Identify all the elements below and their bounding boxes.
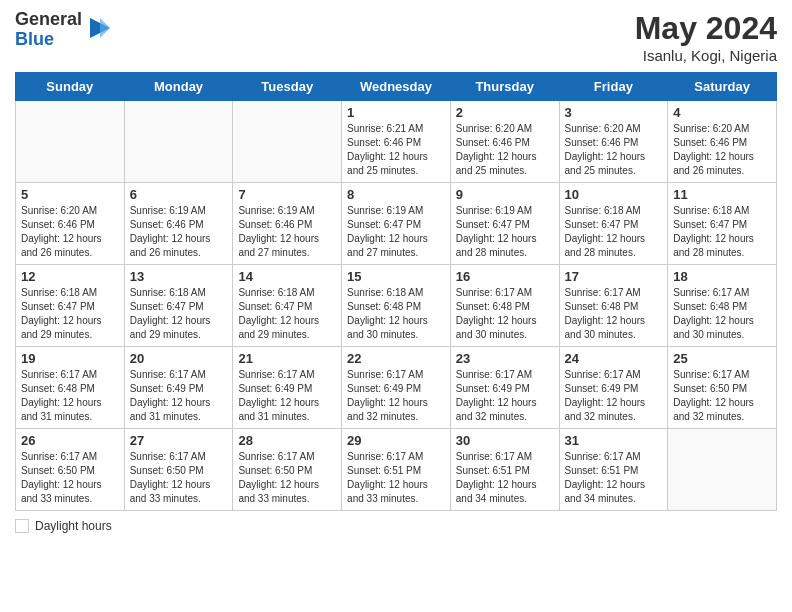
calendar-cell: 5Sunrise: 6:20 AM Sunset: 6:46 PM Daylig… [16, 183, 125, 265]
day-info: Sunrise: 6:18 AM Sunset: 6:47 PM Dayligh… [673, 204, 771, 260]
day-number: 24 [565, 351, 663, 366]
day-info: Sunrise: 6:20 AM Sunset: 6:46 PM Dayligh… [21, 204, 119, 260]
day-number: 22 [347, 351, 445, 366]
day-number: 7 [238, 187, 336, 202]
calendar-cell [16, 101, 125, 183]
day-number: 31 [565, 433, 663, 448]
day-info: Sunrise: 6:17 AM Sunset: 6:49 PM Dayligh… [347, 368, 445, 424]
day-number: 21 [238, 351, 336, 366]
day-info: Sunrise: 6:18 AM Sunset: 6:47 PM Dayligh… [238, 286, 336, 342]
calendar-cell: 23Sunrise: 6:17 AM Sunset: 6:49 PM Dayli… [450, 347, 559, 429]
logo-general: General [15, 10, 82, 30]
day-info: Sunrise: 6:17 AM Sunset: 6:48 PM Dayligh… [565, 286, 663, 342]
calendar-week-row: 26Sunrise: 6:17 AM Sunset: 6:50 PM Dayli… [16, 429, 777, 511]
day-number: 8 [347, 187, 445, 202]
svg-marker-1 [100, 18, 110, 38]
day-number: 13 [130, 269, 228, 284]
day-number: 9 [456, 187, 554, 202]
col-header-friday: Friday [559, 73, 668, 101]
day-info: Sunrise: 6:18 AM Sunset: 6:47 PM Dayligh… [21, 286, 119, 342]
calendar-cell: 15Sunrise: 6:18 AM Sunset: 6:48 PM Dayli… [342, 265, 451, 347]
page: General Blue May 2024 Isanlu, Kogi, Nige… [0, 0, 792, 548]
day-info: Sunrise: 6:17 AM Sunset: 6:49 PM Dayligh… [456, 368, 554, 424]
day-number: 2 [456, 105, 554, 120]
day-info: Sunrise: 6:20 AM Sunset: 6:46 PM Dayligh… [673, 122, 771, 178]
calendar-cell: 29Sunrise: 6:17 AM Sunset: 6:51 PM Dayli… [342, 429, 451, 511]
calendar-cell: 2Sunrise: 6:20 AM Sunset: 6:46 PM Daylig… [450, 101, 559, 183]
day-info: Sunrise: 6:17 AM Sunset: 6:49 PM Dayligh… [565, 368, 663, 424]
calendar-cell: 11Sunrise: 6:18 AM Sunset: 6:47 PM Dayli… [668, 183, 777, 265]
calendar-week-row: 19Sunrise: 6:17 AM Sunset: 6:48 PM Dayli… [16, 347, 777, 429]
calendar-cell: 6Sunrise: 6:19 AM Sunset: 6:46 PM Daylig… [124, 183, 233, 265]
day-info: Sunrise: 6:18 AM Sunset: 6:48 PM Dayligh… [347, 286, 445, 342]
calendar-header-row: SundayMondayTuesdayWednesdayThursdayFrid… [16, 73, 777, 101]
day-info: Sunrise: 6:19 AM Sunset: 6:46 PM Dayligh… [238, 204, 336, 260]
day-info: Sunrise: 6:17 AM Sunset: 6:49 PM Dayligh… [238, 368, 336, 424]
calendar-cell: 9Sunrise: 6:19 AM Sunset: 6:47 PM Daylig… [450, 183, 559, 265]
day-number: 29 [347, 433, 445, 448]
calendar-cell: 10Sunrise: 6:18 AM Sunset: 6:47 PM Dayli… [559, 183, 668, 265]
calendar-cell: 16Sunrise: 6:17 AM Sunset: 6:48 PM Dayli… [450, 265, 559, 347]
calendar-cell: 25Sunrise: 6:17 AM Sunset: 6:50 PM Dayli… [668, 347, 777, 429]
day-number: 6 [130, 187, 228, 202]
day-number: 12 [21, 269, 119, 284]
day-number: 4 [673, 105, 771, 120]
calendar-cell: 7Sunrise: 6:19 AM Sunset: 6:46 PM Daylig… [233, 183, 342, 265]
day-number: 17 [565, 269, 663, 284]
calendar-cell: 20Sunrise: 6:17 AM Sunset: 6:49 PM Dayli… [124, 347, 233, 429]
day-info: Sunrise: 6:17 AM Sunset: 6:48 PM Dayligh… [456, 286, 554, 342]
col-header-saturday: Saturday [668, 73, 777, 101]
calendar-cell: 26Sunrise: 6:17 AM Sunset: 6:50 PM Dayli… [16, 429, 125, 511]
day-number: 10 [565, 187, 663, 202]
calendar-cell: 13Sunrise: 6:18 AM Sunset: 6:47 PM Dayli… [124, 265, 233, 347]
day-info: Sunrise: 6:17 AM Sunset: 6:51 PM Dayligh… [565, 450, 663, 506]
calendar-cell: 4Sunrise: 6:20 AM Sunset: 6:46 PM Daylig… [668, 101, 777, 183]
month-year-title: May 2024 [635, 10, 777, 47]
logo-blue: Blue [15, 30, 82, 50]
calendar-cell: 1Sunrise: 6:21 AM Sunset: 6:46 PM Daylig… [342, 101, 451, 183]
day-number: 3 [565, 105, 663, 120]
col-header-tuesday: Tuesday [233, 73, 342, 101]
day-info: Sunrise: 6:17 AM Sunset: 6:50 PM Dayligh… [21, 450, 119, 506]
day-number: 25 [673, 351, 771, 366]
calendar-cell: 14Sunrise: 6:18 AM Sunset: 6:47 PM Dayli… [233, 265, 342, 347]
day-info: Sunrise: 6:17 AM Sunset: 6:51 PM Dayligh… [456, 450, 554, 506]
day-number: 23 [456, 351, 554, 366]
day-number: 15 [347, 269, 445, 284]
calendar-cell: 19Sunrise: 6:17 AM Sunset: 6:48 PM Dayli… [16, 347, 125, 429]
col-header-wednesday: Wednesday [342, 73, 451, 101]
day-info: Sunrise: 6:18 AM Sunset: 6:47 PM Dayligh… [130, 286, 228, 342]
day-info: Sunrise: 6:17 AM Sunset: 6:50 PM Dayligh… [130, 450, 228, 506]
day-number: 1 [347, 105, 445, 120]
day-info: Sunrise: 6:17 AM Sunset: 6:50 PM Dayligh… [673, 368, 771, 424]
logo-icon [86, 14, 114, 42]
day-number: 26 [21, 433, 119, 448]
calendar-cell: 22Sunrise: 6:17 AM Sunset: 6:49 PM Dayli… [342, 347, 451, 429]
calendar-cell: 3Sunrise: 6:20 AM Sunset: 6:46 PM Daylig… [559, 101, 668, 183]
day-number: 16 [456, 269, 554, 284]
day-info: Sunrise: 6:20 AM Sunset: 6:46 PM Dayligh… [456, 122, 554, 178]
calendar-cell: 31Sunrise: 6:17 AM Sunset: 6:51 PM Dayli… [559, 429, 668, 511]
calendar-cell: 17Sunrise: 6:17 AM Sunset: 6:48 PM Dayli… [559, 265, 668, 347]
day-number: 11 [673, 187, 771, 202]
calendar-cell: 18Sunrise: 6:17 AM Sunset: 6:48 PM Dayli… [668, 265, 777, 347]
day-number: 19 [21, 351, 119, 366]
calendar-table: SundayMondayTuesdayWednesdayThursdayFrid… [15, 72, 777, 511]
calendar-cell [124, 101, 233, 183]
col-header-sunday: Sunday [16, 73, 125, 101]
day-info: Sunrise: 6:19 AM Sunset: 6:46 PM Dayligh… [130, 204, 228, 260]
calendar-cell: 8Sunrise: 6:19 AM Sunset: 6:47 PM Daylig… [342, 183, 451, 265]
day-number: 5 [21, 187, 119, 202]
logo-text: General Blue [15, 10, 82, 50]
calendar-week-row: 5Sunrise: 6:20 AM Sunset: 6:46 PM Daylig… [16, 183, 777, 265]
calendar-cell: 27Sunrise: 6:17 AM Sunset: 6:50 PM Dayli… [124, 429, 233, 511]
calendar-week-row: 1Sunrise: 6:21 AM Sunset: 6:46 PM Daylig… [16, 101, 777, 183]
calendar-week-row: 12Sunrise: 6:18 AM Sunset: 6:47 PM Dayli… [16, 265, 777, 347]
day-info: Sunrise: 6:19 AM Sunset: 6:47 PM Dayligh… [347, 204, 445, 260]
daylight-box-icon [15, 519, 29, 533]
calendar-cell: 12Sunrise: 6:18 AM Sunset: 6:47 PM Dayli… [16, 265, 125, 347]
day-info: Sunrise: 6:18 AM Sunset: 6:47 PM Dayligh… [565, 204, 663, 260]
calendar-cell [668, 429, 777, 511]
day-number: 30 [456, 433, 554, 448]
location-label: Isanlu, Kogi, Nigeria [635, 47, 777, 64]
